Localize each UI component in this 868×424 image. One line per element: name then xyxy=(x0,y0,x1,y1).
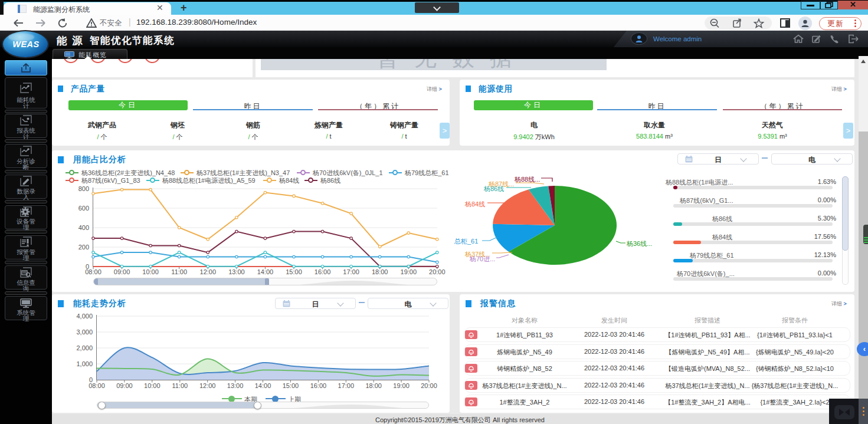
svg-text:08:00: 08:00 xyxy=(89,382,105,389)
svg-text:2,000: 2,000 xyxy=(76,344,93,351)
svg-text:20:00: 20:00 xyxy=(421,382,437,389)
svg-text:19:00: 19:00 xyxy=(393,382,410,389)
svg-text:3,000: 3,000 xyxy=(76,328,93,336)
svg-text:1,000: 1,000 xyxy=(76,360,93,367)
svg-text:14:00: 14:00 xyxy=(255,382,271,389)
svg-text:13:00: 13:00 xyxy=(227,382,244,389)
svg-text:4,000: 4,000 xyxy=(76,313,93,320)
svg-text:09:00: 09:00 xyxy=(116,382,133,389)
svg-text:15:00: 15:00 xyxy=(283,382,299,389)
svg-text:12:00: 12:00 xyxy=(199,382,216,389)
svg-text:16:00: 16:00 xyxy=(310,382,327,389)
svg-text:10:00: 10:00 xyxy=(144,382,161,389)
svg-text:17:00: 17:00 xyxy=(338,382,355,389)
svg-text:11:00: 11:00 xyxy=(172,382,188,389)
svg-text:18:00: 18:00 xyxy=(365,382,382,389)
